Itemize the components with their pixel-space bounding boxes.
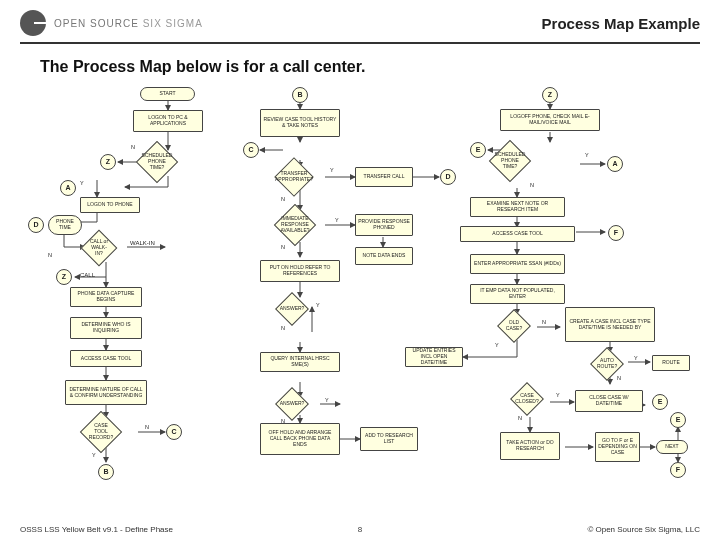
decision-sched2: SCHEDULED PHONE TIME?	[495, 146, 525, 176]
provide-response: PROVIDE RESPONSE PHONED	[355, 214, 413, 236]
header-divider	[20, 42, 700, 44]
lbl-y5: Y	[316, 302, 320, 308]
lbl-y6: Y	[495, 342, 499, 348]
lbl-n6: N	[281, 325, 285, 331]
start-terminator: START	[140, 87, 195, 101]
conn-e-right: E	[652, 394, 668, 410]
conn-z-lower: Z	[56, 269, 72, 285]
flowchart: START B Z LOGON TO PC & APPLICATIONS REV…	[20, 82, 700, 482]
off-hold: OFF HOLD AND ARRANGE CALL BACK PHONE DAT…	[260, 423, 340, 455]
arrow-layer	[20, 82, 700, 482]
brand-text: OPEN SOURCE SIX SIGMA	[54, 18, 203, 29]
conn-a-right: A	[607, 156, 623, 172]
route: ROUTE	[652, 355, 690, 371]
subtitle: The Process Map below is for a call cent…	[40, 58, 720, 76]
header: OPEN SOURCE SIX SIGMA Process Map Exampl…	[0, 0, 720, 42]
create-case: CREATE A CASE INCL CASE TYPE DATE/TIME I…	[565, 307, 655, 342]
phone-data-capture: PHONE DATA CAPTURE BEGINS	[70, 287, 142, 307]
note-data-ends: NOTE DATA ENDS	[355, 247, 413, 265]
lbl-y9: Y	[556, 392, 560, 398]
footer-page: 8	[358, 525, 362, 534]
lbl-n11: N	[145, 424, 149, 430]
lbl-y7: Y	[634, 355, 638, 361]
put-on-hold: PUT ON HOLD REFER TO REFERENCES	[260, 260, 340, 282]
footer-left: OSSS LSS Yellow Belt v9.1 - Define Phase	[20, 525, 173, 534]
decision-sched1: SCHEDULED PHONE TIME?	[142, 147, 172, 177]
conn-b-bot: B	[98, 464, 114, 480]
lbl-n2: N	[530, 182, 534, 188]
logon-pc: LOGON TO PC & APPLICATIONS	[133, 110, 203, 132]
conn-f-bot: F	[670, 462, 686, 478]
conn-f-right: F	[608, 225, 624, 241]
access-tool-1: ACCESS CASE TOOL	[70, 350, 142, 367]
conn-e-top: E	[470, 142, 486, 158]
lbl-y: Y	[330, 167, 334, 173]
conn-z-left: Z	[100, 154, 116, 170]
decision-oldcase: OLD CASE?	[502, 314, 526, 338]
brand-block: OPEN SOURCE SIX SIGMA	[20, 10, 203, 36]
determine-who: DETERMINE WHO IS INQUIRING	[70, 317, 142, 339]
add-research: ADD TO RESEARCH LIST	[360, 427, 418, 451]
lbl-n10: N	[518, 415, 522, 421]
transfer-call: TRANSFER CALL	[355, 167, 413, 187]
decision-immediate: IMMEDIATE RESPONSE AVAILABLE?	[280, 210, 310, 240]
decision-case-closed: CASE CLOSED?	[515, 387, 539, 411]
decision-call-walkin: CALL or WALK-IN?	[86, 235, 112, 261]
conn-c-bot: C	[166, 424, 182, 440]
close-case: CLOSE CASE W/ DATE/TIME	[575, 390, 643, 412]
lbl-n5: N	[281, 244, 285, 250]
brand-logo-icon	[20, 10, 46, 36]
brand-a: OPEN SOURCE	[54, 18, 139, 29]
update-entries: UPDATE ENTRIES INCL OPEN DATE/TIME	[405, 347, 463, 367]
lbl-y2: Y	[585, 152, 589, 158]
examine-note: EXAMINE NEXT NOTE OR RESEARCH ITEM	[470, 197, 565, 217]
phone-time: PHONE TIME	[48, 215, 82, 235]
enter-ssan: ENTER APPROPRIATE SSAN (#IDDs)	[470, 254, 565, 274]
logoff-phone: LOGOFF PHONE, CHECK MAIL E-MAIL/VOICE MA…	[500, 109, 600, 131]
determine-nature: DETERMINE NATURE OF CALL & CONFIRM UNDER…	[65, 380, 147, 405]
footer: OSSS LSS Yellow Belt v9.1 - Define Phase…	[0, 525, 720, 534]
conn-z-top: Z	[542, 87, 558, 103]
footer-right: © Open Source Six Sigma, LLC	[587, 525, 700, 534]
lbl-n4: N	[48, 252, 52, 258]
review-case: REVIEW CASE TOOL HISTORY & TAKE NOTES	[260, 109, 340, 137]
decision-transfer: TRANSFER APPROPRIATE?	[280, 163, 308, 191]
lbl-n8: N	[617, 375, 621, 381]
lbl-n3: N	[281, 196, 285, 202]
conn-d-left: D	[28, 217, 44, 233]
lbl-n7: N	[542, 319, 546, 325]
emp-data-pop: IT EMP DATA NOT POPULATED, ENTER	[470, 284, 565, 304]
lbl-y10: Y	[92, 452, 96, 458]
decision-answer2: ANSWER?	[280, 392, 304, 416]
walk-in-label: WALK-IN	[130, 240, 155, 246]
lbl-y8: Y	[325, 397, 329, 403]
logon-phone: LOGON TO PHONE	[80, 197, 140, 213]
goto-fe: GO TO F or E DEPENDING ON CASE	[595, 432, 640, 462]
call-label: CALL	[80, 272, 95, 278]
lbl-n: N	[131, 144, 135, 150]
take-action: TAKE ACTION or DO RESEARCH	[500, 432, 560, 460]
next-terminator: NEXT	[656, 440, 688, 454]
query-sme: QUERY INTERNAL HRSC SME(S)	[260, 352, 340, 372]
decision-answer1: ANSWER?	[280, 297, 304, 321]
brand-b: SIX SIGMA	[143, 18, 203, 29]
access-tool-2: ACCESS CASE TOOL	[460, 226, 575, 242]
decision-autoroute: AUTO ROUTE?	[595, 352, 619, 376]
conn-c-top: C	[243, 142, 259, 158]
lbl-y4: Y	[335, 217, 339, 223]
conn-b-top: B	[292, 87, 308, 103]
conn-a-left: A	[60, 180, 76, 196]
conn-d-mid: D	[440, 169, 456, 185]
conn-e-bot: E	[670, 412, 686, 428]
page-title: Process Map Example	[542, 15, 700, 32]
decision-case-record: CASE TOOL RECORD?	[86, 417, 116, 447]
lbl-y3: Y	[80, 180, 84, 186]
